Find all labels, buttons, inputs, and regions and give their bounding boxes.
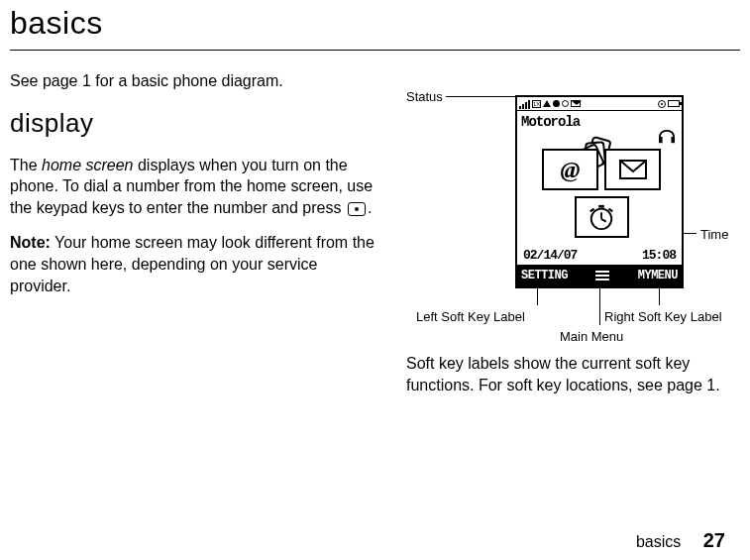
callout-line bbox=[659, 288, 660, 305]
softkey-bar: SETTING MYMENU bbox=[517, 265, 682, 286]
body-paragraph-1: The home screen displays when you turn o… bbox=[10, 155, 376, 219]
left-softkey-label: SETTING bbox=[521, 268, 568, 283]
callout-left-soft: Left Soft Key Label bbox=[416, 308, 525, 326]
content-area: See page 1 for a basic phone diagram. di… bbox=[0, 70, 750, 395]
home-screen-term: home screen bbox=[42, 157, 134, 173]
clock-app-icon bbox=[575, 196, 629, 238]
text: The bbox=[10, 157, 42, 173]
callout-main-menu: Main Menu bbox=[560, 328, 623, 346]
divider bbox=[10, 50, 740, 51]
page-footer: basics 27 bbox=[636, 529, 725, 552]
home-icon-grid: @ bbox=[542, 149, 661, 238]
date-text: 02/14/07 bbox=[523, 247, 577, 265]
callout-status: Status bbox=[406, 88, 443, 106]
svg-rect-1 bbox=[671, 137, 675, 143]
signal-icon bbox=[519, 99, 530, 109]
footer-label: basics bbox=[636, 533, 681, 550]
callout-right-soft: Right Soft Key Label bbox=[604, 308, 722, 326]
dot-icon bbox=[553, 100, 560, 107]
ring-icon bbox=[562, 100, 569, 107]
left-column: See page 1 for a basic phone diagram. di… bbox=[10, 70, 376, 395]
note-label: Note: bbox=[10, 234, 51, 251]
menu-icon bbox=[594, 271, 610, 280]
send-key-icon bbox=[348, 202, 366, 216]
right-body-text: Soft key labels show the current soft ke… bbox=[406, 353, 733, 395]
at-app-icon: @ bbox=[542, 149, 598, 190]
callout-line bbox=[446, 96, 517, 97]
battery-icon bbox=[668, 100, 680, 107]
page-number: 27 bbox=[703, 529, 725, 551]
status-right-icons bbox=[658, 100, 680, 108]
date-time-row: 02/14/07 15:08 bbox=[517, 247, 682, 265]
note-body: Your home screen may look different from… bbox=[10, 234, 375, 293]
status-bar: 1X bbox=[517, 97, 682, 111]
section-title: display bbox=[10, 106, 376, 141]
note-paragraph: Note: Your home screen may look differen… bbox=[10, 232, 376, 296]
text: . bbox=[368, 199, 372, 216]
svg-rect-0 bbox=[659, 137, 663, 143]
callout-line bbox=[599, 288, 600, 325]
triangle-icon bbox=[543, 100, 551, 107]
disc-icon bbox=[658, 100, 666, 108]
phone-screen: 1X Motorola bbox=[515, 95, 684, 288]
svg-rect-7 bbox=[598, 205, 604, 208]
right-column: Status Time Left Soft Key Label Right So… bbox=[406, 70, 733, 395]
right-softkey-label: MYMENU bbox=[638, 268, 678, 283]
headphone-icon bbox=[658, 129, 676, 145]
callout-line bbox=[537, 288, 538, 305]
network-1x-icon: 1X bbox=[532, 100, 541, 108]
time-text: 15:08 bbox=[642, 247, 676, 265]
envelope-app-icon bbox=[604, 149, 661, 190]
status-left-icons: 1X bbox=[519, 99, 581, 109]
intro-text: See page 1 for a basic phone diagram. bbox=[10, 70, 376, 92]
phone-diagram: Status Time Left Soft Key Label Right So… bbox=[406, 70, 733, 338]
message-icon bbox=[571, 100, 581, 107]
page-title: basics bbox=[0, 0, 750, 50]
callout-time: Time bbox=[700, 226, 728, 244]
